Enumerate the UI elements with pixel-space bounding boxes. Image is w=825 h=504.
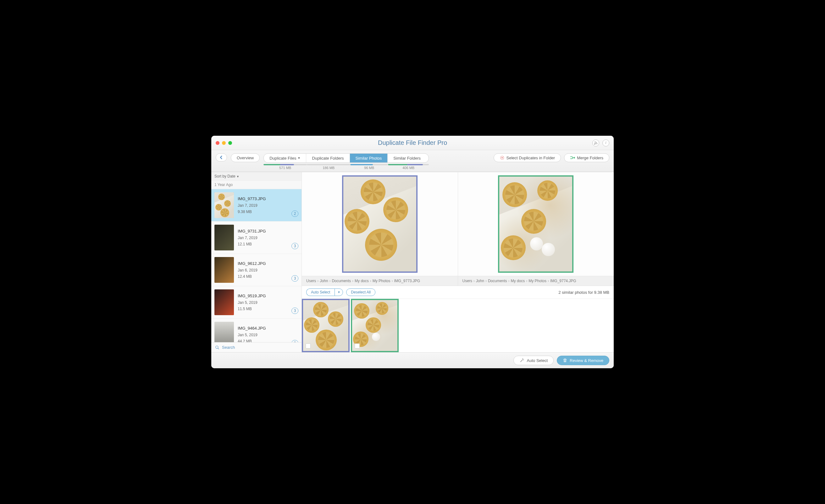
tab-size-label: 406 MB [388,164,429,170]
breadcrumb-left: Users›John›Documents›My docs›My Photos›I… [302,276,458,285]
titlebar: Duplicate File Finder Pro i [211,136,614,150]
chevron-right-icon: › [317,279,318,283]
select-duplicates-label: Select Duplicates in Folder [507,156,555,160]
breadcrumb-segment: John [320,279,328,283]
svg-line-4 [218,348,219,349]
search-icon [215,345,219,350]
review-remove-button[interactable]: Review & Remove [557,356,609,365]
window-title: Duplicate File Finder Pro [211,139,614,147]
breadcrumb-segment: My Photos [528,279,546,283]
info-icon[interactable]: i [602,140,609,147]
auto-select-button[interactable]: Auto Select [306,288,334,296]
file-list[interactable]: IMG_9773.JPGJan 7, 20199.38 MB2IMG_9731.… [211,189,302,342]
tab-similar-photos[interactable]: Similar Photos [350,154,388,162]
list-item[interactable]: IMG_9612.JPGJan 6, 201912.4 MB3 [211,254,302,286]
file-date: Jan 6, 2019 [238,267,288,273]
thumbnail-1[interactable] [302,299,350,352]
tab-duplicate-folders[interactable]: Duplicate Folders [306,154,349,162]
merge-folders-label: Merge Folders [577,156,603,160]
file-date: Jan 5, 2019 [238,332,288,338]
count-badge: 3 [291,243,298,249]
close-window-button[interactable] [216,141,219,145]
file-name: IMG_9464.JPG [238,325,288,332]
select-duplicates-button[interactable]: Select Duplicates in Folder [494,153,561,162]
file-meta: IMG_9773.JPGJan 7, 20199.38 MB [238,195,288,215]
preview-image-right[interactable] [498,175,574,273]
minimize-window-button[interactable] [222,141,226,145]
thumbnail [214,289,234,315]
list-item[interactable]: IMG_9519.JPGJan 5, 201911.5 MB3 [211,286,302,319]
breadcrumb-right: Users›John›Documents›My docs›My Photos›I… [458,276,614,285]
chevron-down-icon: ▼ [338,290,340,294]
svg-point-2 [502,157,503,158]
chevron-down-icon: ▼ [236,175,239,178]
file-date: Jan 7, 2019 [238,202,288,208]
search-label: Search [222,345,235,350]
file-name: IMG_9519.JPG [238,292,288,300]
file-meta: IMG_9519.JPGJan 5, 201911.5 MB [238,292,288,312]
main-body: Sort by Date ▼ 1 Year Ago IMG_9773.JPGJa… [211,172,614,352]
file-size: 12.1 MB [238,241,288,247]
list-item[interactable]: IMG_9773.JPGJan 7, 20199.38 MB2 [211,189,302,222]
thumbnail-2[interactable] [351,299,399,352]
count-badge: 3 [291,308,298,314]
fullscreen-window-button[interactable] [228,141,232,145]
auto-select-dropdown[interactable]: ▼ [334,288,343,296]
main-panel: Users›John›Documents›My docs›My Photos›I… [302,172,614,352]
overview-label: Overview [237,156,254,160]
toolbar: Overview Duplicate Files ▼Duplicate Fold… [211,150,614,172]
overview-button[interactable]: Overview [231,153,260,162]
file-size: 9.38 MB [238,208,288,215]
file-date: Jan 7, 2019 [238,235,288,241]
tab-duplicate-files[interactable]: Duplicate Files ▼ [264,154,306,162]
trash-icon [563,358,567,363]
auto-select-label: Auto Select [311,290,330,295]
count-badge: 2 [291,211,298,217]
thumbnail-2-checkbox[interactable] [355,343,360,348]
count-badge: 9 [291,340,298,342]
wand-icon [519,358,524,363]
chevron-right-icon: › [548,279,549,283]
list-item[interactable]: IMG_9731.JPGJan 7, 201912.1 MB3 [211,222,302,254]
merge-folders-button[interactable]: Merge Folders [564,153,609,162]
deselect-all-label: Deselect All [351,290,371,295]
sort-label: Sort by Date [214,174,235,178]
merge-icon [570,156,575,160]
tab-similar-folders[interactable]: Similar Folders [387,154,426,162]
preview-image-left[interactable] [342,175,418,273]
chevron-right-icon: › [526,279,527,283]
tab-size-label: 571 MB [264,164,307,170]
thumbnail [214,322,234,342]
breadcrumb-segment: Documents [332,279,351,283]
breadcrumb-segment: IMG_9773.JPG [394,279,420,283]
thumbnail-1-checkbox[interactable] [306,343,311,348]
count-badge: 3 [291,275,298,281]
target-icon [500,155,505,160]
search-bar[interactable]: Search [211,342,302,352]
footer-auto-select-button[interactable]: Auto Select [513,356,554,365]
sidebar: Sort by Date ▼ 1 Year Ago IMG_9773.JPGJa… [211,172,302,352]
breadcrumb-segment: My docs [355,279,369,283]
tab-label: Duplicate Files [270,156,296,161]
thumbnail [214,225,234,250]
breadcrumb-segment: My docs [511,279,525,283]
file-meta: IMG_9612.JPGJan 6, 201912.4 MB [238,260,288,280]
file-name: IMG_9731.JPG [238,228,288,235]
thumbnail [214,257,234,283]
traffic-lights [216,141,232,145]
tab-label: Duplicate Folders [312,156,344,161]
sort-dropdown[interactable]: Sort by Date ▼ [211,172,302,181]
chevron-right-icon: › [508,279,510,283]
chevron-right-icon: › [485,279,487,283]
list-item[interactable]: IMG_9464.JPGJan 5, 201944.2 MB9 [211,319,302,342]
deselect-all-button[interactable]: Deselect All [346,288,375,296]
thumbnail-strip [302,299,614,352]
breadcrumb-segment: Documents [488,279,507,283]
file-meta: IMG_9731.JPGJan 7, 201912.1 MB [238,228,288,248]
rss-icon[interactable] [592,140,599,147]
chevron-right-icon: › [352,279,353,283]
tab-size-label: 96 MB [350,164,388,170]
back-button[interactable] [216,153,227,162]
chevron-right-icon: › [329,279,330,283]
preview-panes: Users›John›Documents›My docs›My Photos›I… [302,172,614,286]
